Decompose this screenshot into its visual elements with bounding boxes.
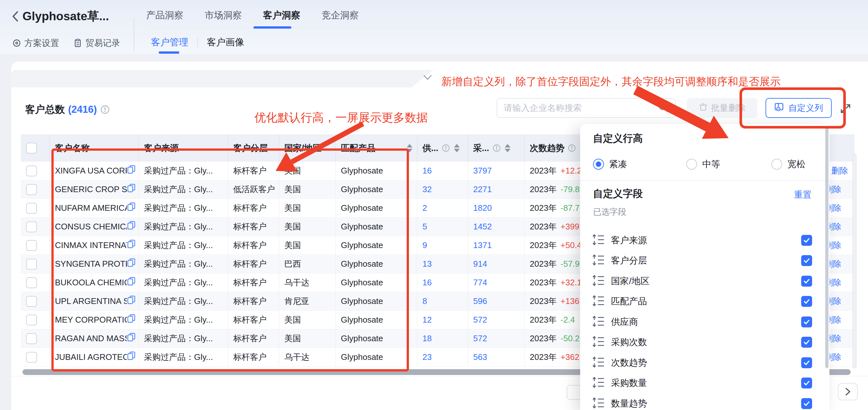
suppliers-count[interactable]: 5: [423, 222, 427, 232]
field-item[interactable]: 数量趋势: [580, 393, 830, 410]
row-checkbox[interactable]: [26, 277, 37, 288]
col-header-purchases[interactable]: 采...: [468, 134, 525, 162]
field-item[interactable]: 匹配产品: [580, 291, 830, 312]
purchase-count[interactable]: 914: [473, 259, 487, 269]
info-icon[interactable]: [568, 144, 576, 152]
quick-action[interactable]: 贸易记录: [73, 37, 120, 49]
suppliers-count[interactable]: 23: [423, 352, 432, 362]
next-page-button[interactable]: [838, 383, 858, 400]
suppliers-count[interactable]: 16: [423, 166, 432, 176]
field-item[interactable]: 客户来源: [580, 230, 830, 251]
delete-row-link[interactable]: 删除: [830, 202, 841, 214]
row-checkbox[interactable]: [26, 240, 37, 251]
row-height-option[interactable]: 中等: [686, 158, 771, 170]
field-checkbox-checked[interactable]: [801, 337, 812, 348]
delete-row-link[interactable]: 删除: [830, 296, 841, 307]
main-tab[interactable]: 市场洞察: [205, 9, 242, 22]
row-checkbox[interactable]: [26, 296, 37, 307]
purchase-count[interactable]: 3797: [473, 166, 492, 176]
back-chevron-icon[interactable]: [11, 10, 19, 22]
field-checkbox-checked[interactable]: [801, 398, 812, 409]
drag-handle-icon[interactable]: [592, 356, 605, 370]
suppliers-count[interactable]: 16: [423, 277, 432, 288]
delete-row-link[interactable]: 删除: [830, 258, 841, 270]
field-checkbox-checked[interactable]: [801, 296, 812, 307]
pagination-fragment[interactable]: [567, 385, 580, 400]
purchase-count[interactable]: 1820: [473, 203, 492, 213]
drag-handle-icon[interactable]: [592, 274, 605, 288]
main-tab[interactable]: 竞企洞察: [321, 9, 359, 22]
delete-row-link[interactable]: 删除: [830, 277, 841, 288]
field-item[interactable]: 次数趋势: [580, 352, 830, 373]
quick-action[interactable]: 方案设置: [12, 37, 59, 49]
row-checkbox[interactable]: [26, 203, 37, 214]
sub-tab[interactable]: 客户管理: [151, 36, 188, 49]
suppliers-count[interactable]: 13: [423, 259, 432, 269]
info-icon[interactable]: [100, 105, 110, 114]
row-checkbox[interactable]: [26, 333, 37, 344]
radio-icon[interactable]: [771, 159, 782, 170]
purchase-count[interactable]: 572: [473, 333, 487, 344]
col-header-suppliers[interactable]: 供...: [417, 134, 468, 162]
delete-row-link[interactable]: 删除: [830, 314, 841, 325]
drag-handle-icon[interactable]: [592, 376, 605, 390]
breadcrumb[interactable]: Glyphosate草...: [11, 8, 109, 24]
delete-row-link[interactable]: 删除: [830, 352, 841, 363]
info-icon[interactable]: [442, 144, 450, 152]
main-tab[interactable]: 客户洞察: [263, 9, 300, 22]
sort-icon[interactable]: [454, 144, 460, 152]
delete-row-link[interactable]: 删除: [831, 165, 848, 176]
search-input[interactable]: [504, 103, 658, 113]
row-checkbox[interactable]: [26, 166, 37, 176]
delete-row-link[interactable]: 删除: [830, 240, 841, 251]
suppliers-count[interactable]: 32: [423, 184, 432, 195]
field-checkbox-checked[interactable]: [801, 357, 812, 368]
panel-scrollbar[interactable]: [825, 126, 829, 368]
row-checkbox[interactable]: [26, 222, 37, 232]
field-checkbox-checked[interactable]: [801, 378, 812, 388]
select-all-checkbox[interactable]: [26, 143, 37, 154]
drag-handle-icon[interactable]: [592, 233, 605, 247]
field-checkbox-checked[interactable]: [801, 276, 812, 287]
reset-link[interactable]: 重置: [794, 189, 811, 201]
purchase-count[interactable]: 596: [473, 296, 487, 306]
sub-tab[interactable]: 客户画像: [207, 36, 244, 49]
suppliers-count[interactable]: 8: [423, 296, 427, 306]
row-checkbox[interactable]: [26, 259, 37, 270]
drag-handle-icon[interactable]: [592, 294, 605, 309]
field-item[interactable]: 国家/地区: [580, 271, 830, 291]
purchase-count[interactable]: 2271: [473, 184, 492, 195]
suppliers-count[interactable]: 2: [423, 203, 427, 213]
info-icon[interactable]: [493, 144, 501, 152]
purchase-count[interactable]: 572: [473, 315, 487, 325]
drag-handle-icon[interactable]: [592, 335, 605, 349]
drag-handle-icon[interactable]: [592, 397, 605, 410]
row-checkbox[interactable]: [26, 352, 37, 363]
radio-icon[interactable]: [686, 159, 697, 170]
field-item[interactable]: 采购数量: [580, 373, 830, 393]
purchase-count[interactable]: 1371: [473, 240, 492, 250]
suppliers-count[interactable]: 9: [423, 240, 427, 250]
main-tab[interactable]: 产品洞察: [146, 9, 183, 22]
field-checkbox-checked[interactable]: [801, 317, 812, 327]
purchase-count[interactable]: 563: [473, 352, 487, 362]
field-item[interactable]: 供应商: [580, 312, 830, 332]
row-checkbox[interactable]: [26, 184, 37, 195]
purchase-count[interactable]: 1452: [473, 222, 492, 232]
vertical-scrollbar[interactable]: [852, 154, 857, 368]
drag-handle-icon[interactable]: [592, 315, 605, 329]
row-checkbox[interactable]: [26, 315, 37, 325]
row-height-option[interactable]: 紧凑: [593, 158, 686, 170]
delete-row-link[interactable]: 删除: [830, 221, 841, 232]
field-item[interactable]: 客户分层: [580, 251, 830, 271]
radio-icon[interactable]: [593, 159, 604, 170]
delete-row-link[interactable]: 删除: [830, 333, 841, 344]
purchase-count[interactable]: 774: [473, 277, 487, 288]
field-checkbox-checked[interactable]: [801, 255, 812, 266]
sort-icon[interactable]: [505, 144, 510, 152]
field-item[interactable]: 采购次数: [580, 332, 830, 353]
suppliers-count[interactable]: 12: [423, 315, 432, 325]
row-height-option[interactable]: 宽松: [771, 158, 805, 170]
collapse-chevron-icon[interactable]: [423, 74, 432, 82]
drag-handle-icon[interactable]: [592, 254, 605, 268]
